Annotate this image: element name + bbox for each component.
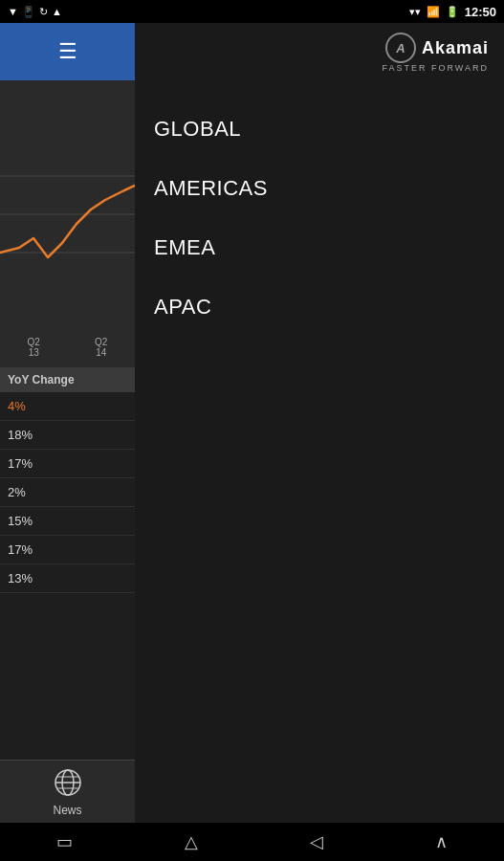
status-bar-right: ▾▾ 📶 🔋 12:50 [409,5,496,19]
table-header: YoY Change [0,367,135,392]
chart-q2-label-1: Q2 [28,337,40,347]
phone-icon: 📱 [22,6,35,18]
back-icon[interactable]: ◁ [310,831,323,852]
chart-label-q2-14: Q2 14 [95,337,107,358]
recent-apps-icon[interactable]: ▭ [56,831,73,852]
chart-labels: Q2 13 Q2 14 [0,337,135,358]
menu-nav-icon[interactable]: ∧ [435,831,448,852]
table-row: 2% [0,478,135,507]
extra-icon: ▲ [52,6,62,17]
table-row: 13% [0,564,135,593]
akamai-brand-text: Akamai [422,38,489,58]
wifi-icon: ▾▾ [409,6,421,18]
table-row: 17% [0,536,135,564]
table-row: 15% [0,507,135,536]
globe-icon [53,767,83,798]
akamai-circle-icon: A [385,33,416,63]
menu-item-emea[interactable]: EMEA [154,218,485,277]
news-label: News [53,804,81,817]
chart-label-q2-13: Q2 13 [28,337,40,358]
home-icon[interactable]: △ [185,831,198,852]
globe-icon-container [53,767,83,802]
akamai-tagline: FASTER FORWARD [382,63,489,73]
right-panel: A Akamai FASTER FORWARD GLOBAL AMERICAS … [135,23,504,823]
chart-area: Q2 13 Q2 14 [0,80,135,367]
sync-icon: ↻ [39,6,48,18]
menu-item-americas[interactable]: AMERICAS [154,159,485,218]
notification-icon: ▼ [8,6,18,17]
table-row: 17% [0,450,135,478]
chart-13-label: 13 [29,347,39,358]
left-panel: ☰ Q2 13 Q2 14 [0,23,135,823]
menu-item-global[interactable]: GLOBAL [154,99,485,159]
left-header[interactable]: ☰ [0,23,135,80]
main-container: ☰ Q2 13 Q2 14 [0,23,504,823]
table-row: 4% [0,392,135,421]
android-nav-bar: ▭ △ ◁ ∧ [0,823,504,861]
table-area: YoY Change 4%18%17%2%15%17%13% [0,367,135,823]
status-time: 12:50 [465,5,496,19]
status-bar-left: ▼ 📱 ↻ ▲ [8,6,62,18]
akamai-logo: A Akamai FASTER FORWARD [382,33,489,73]
status-bar: ▼ 📱 ↻ ▲ ▾▾ 📶 🔋 12:50 [0,0,504,23]
menu-items: GLOBAL AMERICAS EMEA APAC [154,99,485,337]
table-rows-container: 4%18%17%2%15%17%13% [0,392,135,593]
chart-14-label: 14 [96,347,106,358]
chart-q2-label-2: Q2 [95,337,107,347]
chart-svg [0,99,135,310]
menu-item-apac[interactable]: APAC [154,277,485,337]
signal-icon: 📶 [427,6,440,18]
table-row: 18% [0,421,135,450]
battery-icon: 🔋 [446,6,459,18]
bottom-bar[interactable]: News [0,760,135,823]
hamburger-icon[interactable]: ☰ [58,41,77,62]
